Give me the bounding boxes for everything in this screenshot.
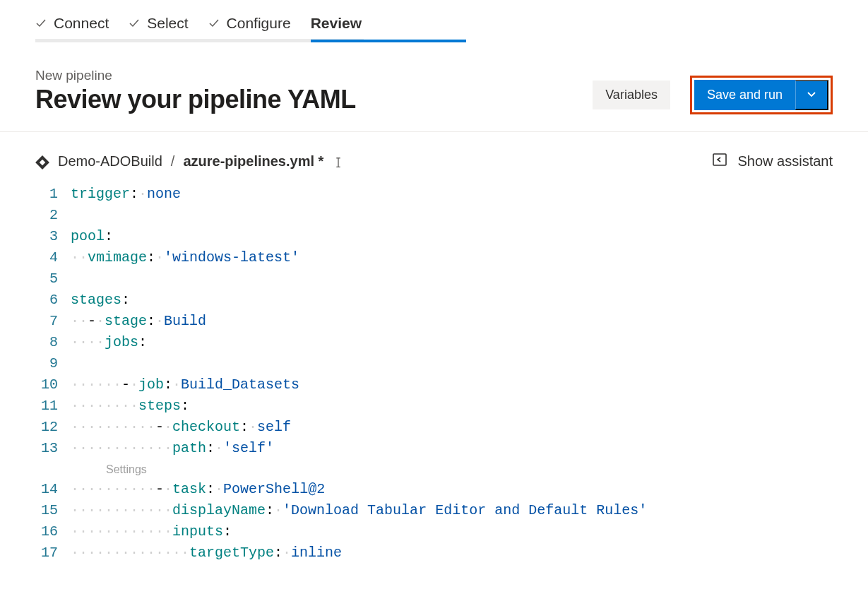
line-number: 17 [35,542,71,564]
breadcrumb: Demo-ADOBuild / azure-pipelines.yml * [35,153,345,170]
code-line[interactable]: 11········steps: [35,396,833,417]
settings-code-lens[interactable]: Settings [106,459,147,480]
check-icon [129,18,140,29]
line-number: 5 [35,268,71,290]
line-number: 15 [35,500,71,521]
code-content[interactable]: ··········-·checkout:·self [71,417,291,438]
code-line[interactable]: 1trigger:·none [35,184,833,205]
code-line[interactable]: 6stages: [35,290,833,311]
save-and-run-group: Save and run [690,76,833,114]
step-label: Configure [227,15,291,32]
code-line[interactable]: 17··············targetType:·inline [35,542,833,564]
line-number: 3 [35,226,71,247]
code-lens-row: Settings [35,459,833,479]
code-content[interactable]: ····jobs: [71,332,147,353]
code-content[interactable]: ··············targetType:·inline [71,542,342,564]
step-underline [311,40,466,42]
line-number: 2 [35,205,71,226]
step-review[interactable]: Review [311,0,362,42]
code-content[interactable]: ········steps: [71,396,189,417]
line-number: 12 [35,417,71,438]
line-number: 7 [35,311,71,332]
code-line[interactable]: 3pool: [35,226,833,247]
variables-button[interactable]: Variables [593,81,670,109]
line-number: 11 [35,396,71,417]
code-line[interactable]: 13············path:·'self' [35,438,833,459]
code-content[interactable]: ············inputs: [71,521,232,542]
code-content[interactable]: stages: [71,290,130,311]
line-number: 6 [35,290,71,311]
svg-rect-2 [713,154,726,165]
chevron-down-icon [806,88,817,102]
code-content[interactable]: ··-·stage:·Build [71,311,206,332]
check-icon [208,18,220,29]
step-select[interactable]: Select [129,0,188,42]
wizard-steps: Connect Select Configure Review [0,0,868,42]
show-assistant-label: Show assistant [737,153,833,170]
repo-icon [35,153,49,170]
step-label: Select [147,15,188,32]
breadcrumb-repo[interactable]: Demo-ADOBuild [58,153,162,170]
line-number: 9 [35,353,71,374]
code-line[interactable]: 16············inputs: [35,521,833,542]
code-line[interactable]: 14··········-·task:·PowerShell@2 [35,479,833,500]
line-number: 1 [35,184,71,205]
yaml-editor[interactable]: 1trigger:·none23pool:4··vmimage:·'window… [0,184,868,564]
line-number: 8 [35,332,71,353]
rename-icon[interactable] [332,153,345,170]
code-line[interactable]: 7··-·stage:·Build [35,311,833,332]
code-line[interactable]: 9 [35,353,833,374]
code-line[interactable]: 4··vmimage:·'windows-latest' [35,247,833,268]
code-content[interactable]: ······-·job:·Build_Datasets [71,374,299,396]
breadcrumb-separator: / [171,153,175,170]
code-line[interactable]: 5 [35,268,833,290]
step-configure[interactable]: Configure [208,0,291,42]
panel-collapse-icon [712,152,727,171]
save-and-run-button[interactable]: Save and run [694,80,795,110]
line-number: 10 [35,374,71,396]
code-line[interactable]: 2 [35,205,833,226]
code-content[interactable]: ··vmimage:·'windows-latest' [71,247,299,268]
show-assistant-toggle[interactable]: Show assistant [712,152,833,171]
code-line[interactable]: 10······-·job:·Build_Datasets [35,374,833,396]
step-connect[interactable]: Connect [35,0,109,42]
step-label: Connect [54,15,109,32]
line-number: 14 [35,479,71,500]
breadcrumb-file[interactable]: azure-pipelines.yml * [183,153,323,170]
code-line[interactable]: 12··········-·checkout:·self [35,417,833,438]
code-line[interactable]: 15············displayName:·'Download Tab… [35,500,833,521]
line-number: 13 [35,438,71,459]
code-content[interactable]: ············displayName:·'Download Tabul… [71,500,647,521]
page-title: Review your pipeline YAML [35,85,356,114]
page-subtitle: New pipeline [35,68,356,83]
code-content[interactable]: ··········-·task:·PowerShell@2 [71,479,325,500]
line-number: 4 [35,247,71,268]
step-label: Review [311,15,362,32]
code-content[interactable]: ············path:·'self' [71,438,274,459]
page-header: New pipeline Review your pipeline YAML V… [0,42,868,132]
save-and-run-dropdown-button[interactable] [795,80,828,110]
line-number: 16 [35,521,71,542]
code-line[interactable]: 8····jobs: [35,332,833,353]
check-icon [35,18,47,29]
code-content[interactable]: pool: [71,226,113,247]
code-content[interactable]: trigger:·none [71,184,181,205]
file-header-row: Demo-ADOBuild / azure-pipelines.yml * Sh… [0,132,868,184]
